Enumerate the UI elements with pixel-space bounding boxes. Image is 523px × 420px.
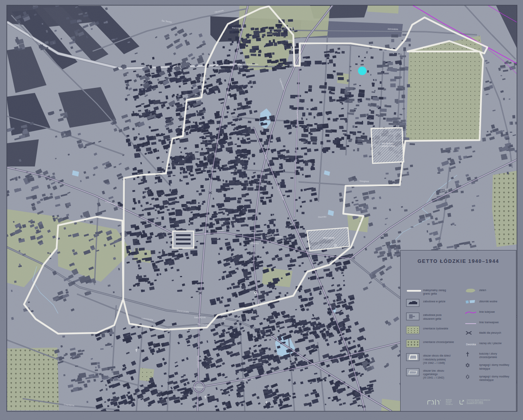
svg-text:Nowomiejska: Nowomiejska [196, 355, 199, 369]
legend-label: synagogi i domy modlitwyistniejące [479, 362, 509, 370]
legend-item-synagogues-gone: synagogi i domy modlitwynieistniejące [465, 374, 514, 382]
svg-text:Admiralska: Admiralska [284, 27, 294, 29]
svg-text:Dworska: Dworska [466, 343, 476, 346]
legend-item-gypsy-camp: obszar tzw. obozucygańskiego(XI 1941 – I… [406, 368, 465, 380]
legend-item-street-names: Dworskanazwy ulic i placów [465, 341, 514, 348]
legend-label: synagogi i domy modlitwynieistniejące [479, 374, 509, 382]
christian-cemeteries-swatch [406, 339, 423, 350]
legend-item-jewish-cemeteries: cmentarze żydowskie [406, 326, 465, 336]
svg-text:Inflancka: Inflancka [286, 39, 294, 42]
svg-text:Smugowa: Smugowa [360, 180, 370, 183]
polin-text: MUZEUMHISTORIIŻYDÓWPOLSKICH [446, 399, 453, 406]
legend-label: zieleń [479, 288, 486, 292]
legend-label: zabudowa w getcie [423, 299, 446, 303]
legend-item-children-camp: obszar obozu dla dziecii młodzieży polsk… [406, 353, 465, 365]
legend-item-synagogues-existing: synagogi i domy modlitwyistniejące [465, 362, 514, 370]
legend-item-built-in-ghetto: zabudowa w getcie [406, 299, 465, 309]
legend-title: GETTO ŁÓDZKIE 1940–1944 [401, 258, 516, 264]
svg-text:Młynarska: Młynarska [123, 239, 126, 249]
built-outside-swatch [406, 312, 423, 322]
legend-label: obszar obozu dla dziecii młodzieży polsk… [423, 353, 451, 365]
svg-text:i młodzieży polskiej: i młodzieży polskiej [380, 145, 395, 147]
legend-label: zbiorniki wodne [479, 299, 497, 303]
water-swatch [465, 299, 479, 306]
legend-item-churches: kościoły i zborychrześcijańskie [465, 351, 514, 359]
railways-swatch [465, 309, 479, 316]
children-camp-swatch [406, 353, 423, 363]
legend-item-water: zbiorniki wodne [465, 299, 514, 306]
map-poster: obóz dla dziecii młodzieży polskiejobóz … [0, 0, 523, 420]
polin-logo: MUZEUMHISTORIIŻYDÓWPOLSKICH [427, 399, 453, 406]
svg-text:Dworska: Dworska [215, 229, 224, 231]
cbz-logo: CENTRUM BADAŃ ŻYDOWSKICHIM. FILIPA FRIED… [459, 399, 490, 405]
legend-label: linie kolejowe [479, 309, 495, 314]
polin-glyph [427, 399, 444, 406]
jewish-cemeteries-swatch [406, 326, 423, 336]
legend-panel: GETTO ŁÓDZKIE 1940–1944 maksymalny zasię… [400, 250, 516, 411]
svg-text:Plac Wolności: Plac Wolności [193, 386, 204, 388]
street-names-swatch: Dworska [465, 341, 479, 348]
legend-label: linie tramwajowe [479, 320, 499, 324]
svg-text:Admiralska: Admiralska [387, 28, 398, 31]
legend-label: kościoły i zborychrześcijańskie [479, 351, 497, 359]
green-swatch [465, 288, 479, 295]
svg-text:obóz cygański: obóz cygański [323, 237, 334, 239]
location-marker[interactable] [358, 67, 366, 75]
legend-item-christian-cemeteries: cmentarze chrześcijańskie [406, 339, 465, 350]
svg-text:Zawiszy: Zawiszy [251, 242, 259, 245]
legend-item-footbridges: kładki dla pieszych [465, 330, 514, 337]
boundary-swatch [406, 288, 423, 295]
svg-text:Warszawska: Warszawska [232, 26, 244, 29]
synagogues-existing-swatch [465, 362, 479, 370]
svg-text:Okopowa: Okopowa [228, 170, 237, 172]
legend-label: kładki dla pieszych [479, 330, 501, 334]
legend-item-railways: linie kolejowe [465, 309, 514, 316]
svg-text:Sokołowska: Sokołowska [247, 63, 258, 65]
svg-text:Marysińska: Marysińska [296, 109, 299, 120]
legend-item-tramways: linie tramwajowe [465, 320, 514, 327]
cbz-glyph [459, 399, 465, 405]
svg-text:Stary Rynek: Stary Rynek [194, 316, 206, 319]
legend-label: cmentarze żydowskie [423, 326, 448, 330]
legend-label: nazwy ulic i placów [479, 341, 502, 345]
built-in-ghetto-swatch [406, 299, 423, 309]
cbz-text: CENTRUM BADAŃ ŻYDOWSKICHIM. FILIPA FRIED… [466, 399, 490, 405]
legend-item-built-outside: zabudowa pozaobszarem getta [406, 312, 465, 322]
synagogues-gone-swatch [465, 374, 479, 382]
gypsy-camp-swatch [406, 368, 423, 378]
credits: MUZEUMHISTORIIŻYDÓWPOLSKICH CENTRUM BADA… [401, 399, 516, 406]
svg-text:obóz dla dzieci: obóz dla dzieci [382, 142, 393, 144]
tramways-swatch [465, 320, 479, 327]
legend-items: maksymalny zasięggranic gettazabudowa w … [406, 288, 514, 385]
churches-swatch [465, 351, 479, 359]
legend-item-boundary: maksymalny zasięggranic getta [406, 288, 465, 295]
legend-item-green: zieleń [465, 288, 514, 295]
legend-label: maksymalny zasięggranic getta [423, 288, 446, 295]
footbridges-swatch [465, 330, 479, 337]
legend-label: obszar tzw. obozucygańskiego(XI 1941 – I… [423, 368, 444, 380]
legend-label: cmentarze chrześcijańskie [423, 339, 454, 344]
legend-label: zabudowa pozaobszarem getta [423, 312, 442, 320]
